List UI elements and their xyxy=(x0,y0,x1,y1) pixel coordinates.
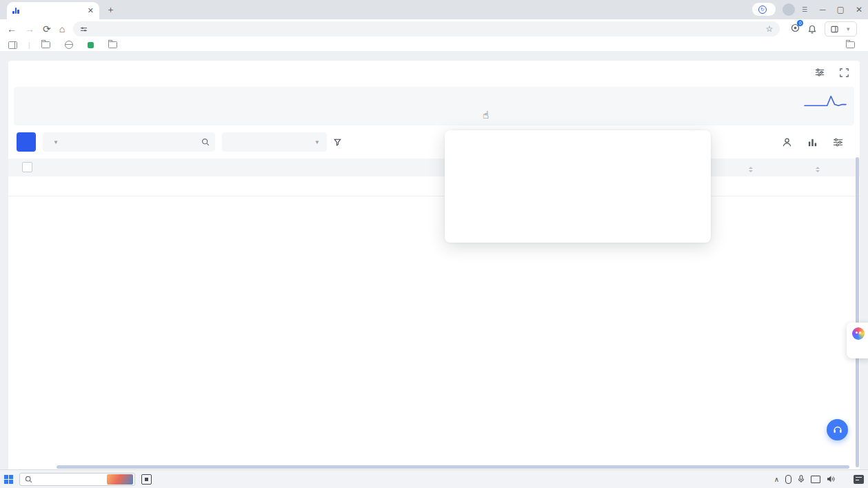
share-user-icon[interactable] xyxy=(782,137,792,148)
mouse-cursor: ☝ xyxy=(483,109,489,121)
stat-card[interactable] xyxy=(14,87,854,125)
sort-icon[interactable] xyxy=(816,167,820,172)
taskbar-search[interactable] xyxy=(19,473,135,486)
assistant-logo-icon xyxy=(852,327,865,340)
chevron-down-icon: ▼ xyxy=(845,26,851,32)
window-close-button[interactable]: ✕ xyxy=(856,5,862,14)
home-icon[interactable]: ⌂ xyxy=(59,24,65,34)
ai-summary-button[interactable]: ▼ xyxy=(825,21,857,37)
folder-icon xyxy=(108,41,117,48)
bookmark-item[interactable] xyxy=(108,41,121,48)
new-version-badge[interactable]: ↻ xyxy=(752,3,776,16)
extensions-icon[interactable]: 0 xyxy=(791,23,800,35)
select-all-checkbox[interactable] xyxy=(22,162,32,172)
volume-icon[interactable] xyxy=(827,475,835,483)
side-panel-icon[interactable] xyxy=(8,41,17,49)
browser-tabstrip: ✕ ＋ ↻ ☰ ─ ▢ ✕ xyxy=(0,0,868,19)
col-header-user-pay[interactable] xyxy=(757,163,824,172)
notification-center-icon[interactable] xyxy=(854,475,864,484)
settings-sliders-icon[interactable] xyxy=(833,137,843,148)
mouse-device-icon[interactable] xyxy=(785,475,791,484)
tab-close-icon[interactable]: ✕ xyxy=(88,6,94,15)
headset-icon xyxy=(832,425,843,435)
extension-badge: 0 xyxy=(797,20,803,26)
plan-search-combo: ▼ xyxy=(43,132,215,152)
toolbar: ▼ ▼ xyxy=(17,132,854,152)
profile-menu-icon[interactable]: ☰ xyxy=(802,6,807,13)
site-info-icon[interactable] xyxy=(80,26,88,33)
reload-icon[interactable]: ⟳ xyxy=(43,24,51,34)
chevron-down-icon: ▼ xyxy=(314,139,320,145)
screen: ✕ ＋ ↻ ☰ ─ ▢ ✕ ← → ⟳ ⌂ ☆ xyxy=(0,0,868,488)
assistant-widget[interactable] xyxy=(847,323,868,358)
taskbar: ∧ xyxy=(0,469,868,488)
chart-columns-icon[interactable] xyxy=(807,137,818,148)
chevron-down-icon: ▼ xyxy=(53,139,59,145)
horizontal-scrollbar[interactable] xyxy=(57,465,849,469)
stat-card-sparkline xyxy=(803,93,847,108)
page-background: ▼ ▼ xyxy=(0,51,868,470)
funnel-icon xyxy=(334,139,341,146)
store-icon xyxy=(88,42,94,48)
browser-tab[interactable]: ✕ xyxy=(7,2,99,19)
bell-icon[interactable] xyxy=(808,25,816,34)
browser-navbar: ← → ⟳ ⌂ ☆ 0 ▼ xyxy=(0,19,868,39)
site-favicon-icon xyxy=(12,8,19,14)
search-icon xyxy=(25,476,32,483)
network-display-icon[interactable] xyxy=(811,476,820,483)
table-summary-row xyxy=(8,176,860,196)
browser-avatar[interactable] xyxy=(783,3,795,16)
system-tray: ∧ xyxy=(774,475,864,484)
forward-icon[interactable]: → xyxy=(25,24,34,34)
microphone-icon[interactable] xyxy=(798,475,805,483)
bookmark-item[interactable] xyxy=(88,42,97,48)
plan-search-input[interactable] xyxy=(62,137,198,147)
bookmarks-bar: | xyxy=(0,39,868,52)
search-icon[interactable] xyxy=(201,138,210,146)
stat-cards-row xyxy=(14,87,854,125)
window-maximize-button[interactable]: ▢ xyxy=(837,5,845,14)
url-bar[interactable]: ☆ xyxy=(73,21,780,37)
page-tabs xyxy=(8,61,860,84)
folder-icon xyxy=(41,41,50,48)
main-panel: ▼ ▼ xyxy=(8,61,860,470)
new-tab-button[interactable]: ＋ xyxy=(106,3,115,16)
metric-trend-popup xyxy=(445,130,711,243)
bookmark-item[interactable] xyxy=(65,41,77,49)
start-button[interactable] xyxy=(4,475,13,484)
other-bookmarks[interactable] xyxy=(846,41,858,48)
more-filters-button[interactable] xyxy=(334,139,345,146)
task-view-button[interactable] xyxy=(141,474,152,485)
globe-icon xyxy=(65,41,73,49)
table-header xyxy=(8,159,860,176)
tray-expand-icon[interactable]: ∧ xyxy=(774,476,779,483)
ai-panel-icon xyxy=(831,26,838,33)
customer-service-button[interactable] xyxy=(827,419,848,440)
sort-icon[interactable] xyxy=(749,167,753,172)
bookmark-star-icon[interactable]: ☆ xyxy=(765,24,773,34)
vertical-scrollbar[interactable] xyxy=(856,157,859,467)
search-highlight-image[interactable] xyxy=(107,474,133,485)
folder-icon xyxy=(846,41,855,48)
back-icon[interactable]: ← xyxy=(7,24,17,34)
bookmark-item[interactable] xyxy=(41,41,54,48)
display-settings-icon[interactable] xyxy=(815,68,825,77)
window-minimize-button[interactable]: ─ xyxy=(820,5,826,14)
taskbar-search-input[interactable] xyxy=(36,474,103,484)
promote-product-button[interactable] xyxy=(17,132,36,152)
fullscreen-icon[interactable] xyxy=(840,68,849,77)
plan-status-select[interactable]: ▼ xyxy=(222,132,327,152)
update-icon: ↻ xyxy=(758,6,767,14)
